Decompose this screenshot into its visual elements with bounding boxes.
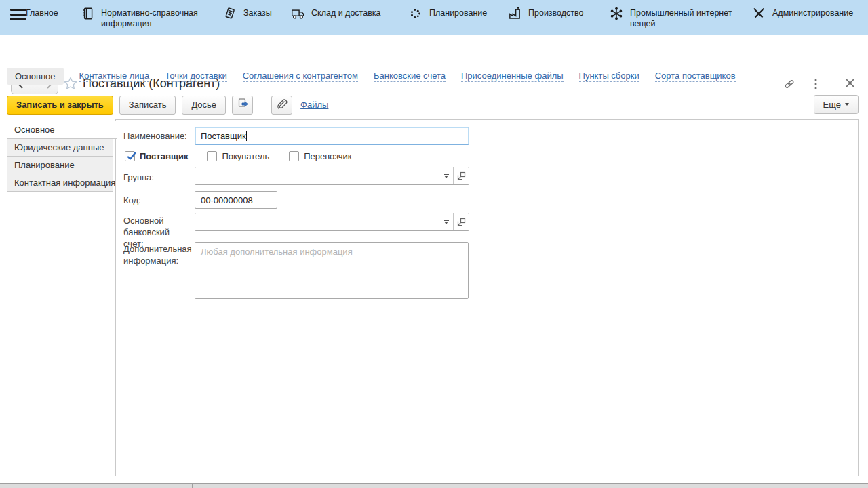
truck-icon	[290, 6, 305, 20]
form-panel: Наименование: Поставщик Поставщик Покупа…	[115, 119, 859, 476]
additional-info-label: Дополнительная информация:	[123, 243, 194, 266]
tab-agreements[interactable]: Соглашения с контрагентом	[243, 70, 358, 82]
menu-item-label: Промышленный интернет вещей	[630, 6, 740, 29]
link-icon[interactable]	[783, 78, 796, 90]
sidetab-contact-info[interactable]: Контактная информация	[7, 174, 113, 192]
menu-item-production[interactable]: Производство	[507, 6, 584, 20]
additional-info-textarea[interactable]	[195, 242, 469, 299]
tab-delivery-points[interactable]: Точки доставки	[165, 70, 226, 82]
hamburger-icon[interactable]	[10, 9, 26, 22]
buyer-checkbox-label[interactable]: Покупатель	[222, 151, 269, 161]
menu-item-main[interactable]: Главное	[26, 6, 58, 18]
factory-icon	[507, 6, 522, 20]
menu-item-label: Нормативно-справочная информация	[101, 6, 208, 29]
title-row: Поставщик (Контрагент)	[0, 35, 868, 66]
bank-account-combobox[interactable]	[195, 213, 469, 231]
menu-item-iiot[interactable]: Промышленный интернет вещей	[609, 6, 740, 29]
receipt-icon	[222, 6, 237, 20]
app-window: Главное Нормативно-справочная информация…	[0, 0, 868, 488]
role-checkboxes: Поставщик Покупатель Перевозчик	[125, 150, 370, 162]
menu-item-label: Склад и доставка	[311, 6, 380, 18]
supplier-checkbox[interactable]	[125, 151, 135, 161]
close-icon[interactable]	[845, 78, 859, 90]
more-button-label: Еще	[823, 100, 841, 110]
kebab-icon[interactable]	[814, 78, 827, 90]
menu-item-warehouse[interactable]: Склад и доставка	[290, 6, 380, 20]
tools-icon	[751, 6, 766, 20]
dossier-button[interactable]: Досье	[182, 96, 226, 115]
menu-item-administration[interactable]: Администрирование	[751, 6, 853, 20]
open-value-icon[interactable]	[453, 214, 469, 230]
iiot-asterisk-icon	[609, 6, 624, 20]
open-value-icon[interactable]	[453, 167, 469, 184]
section-tabs: Основное Контактные лица Точки доставки …	[7, 67, 736, 85]
code-input[interactable]	[195, 191, 277, 209]
form-toolbar: Записать и закрыть Записать Досье Файлы	[7, 95, 328, 115]
name-input[interactable]: Поставщик	[195, 127, 469, 145]
create-based-on-button[interactable]	[232, 96, 253, 115]
tab-assembly-points[interactable]: Пункты сборки	[579, 70, 639, 82]
menu-item-label: Главное	[26, 6, 58, 18]
carrier-checkbox-label[interactable]: Перевозчик	[304, 151, 351, 161]
buyer-checkbox[interactable]	[207, 151, 217, 161]
menu-item-label: Производство	[528, 6, 584, 18]
more-button[interactable]: Еще	[814, 95, 859, 114]
top-menu-bar: Главное Нормативно-справочная информация…	[0, 0, 868, 35]
group-combobox[interactable]	[195, 167, 469, 185]
tab-contact-persons[interactable]: Контактные лица	[79, 70, 150, 82]
tab-bank-accounts[interactable]: Банковские счета	[374, 70, 446, 82]
planning-dots-icon	[408, 6, 423, 20]
tab-supplier-grades[interactable]: Сорта поставщиков	[655, 70, 736, 82]
supplier-checkbox-label[interactable]: Поставщик	[140, 151, 188, 161]
left-page-tabs: Основное Юридические данные Планирование…	[7, 121, 116, 192]
dropdown-icon[interactable]	[439, 214, 453, 230]
paperclip-icon[interactable]	[271, 96, 292, 115]
bank-account-combobox-value[interactable]	[195, 214, 439, 230]
sidetab-planning[interactable]: Планирование	[7, 156, 113, 174]
save-button[interactable]: Записать	[119, 96, 176, 115]
save-and-close-button[interactable]: Записать и закрыть	[7, 96, 113, 115]
menu-item-label: Заказы	[243, 6, 272, 18]
carrier-checkbox[interactable]	[289, 151, 299, 161]
files-link[interactable]: Файлы	[300, 100, 328, 110]
group-combobox-value[interactable]	[195, 167, 439, 184]
code-label: Код:	[123, 195, 141, 205]
group-label: Группа:	[123, 172, 154, 182]
tab-main[interactable]: Основное	[7, 68, 64, 85]
text-caret	[246, 131, 247, 141]
menu-item-orders[interactable]: Заказы	[222, 6, 272, 20]
book-icon	[80, 6, 95, 20]
bottom-taskbar[interactable]	[0, 483, 868, 488]
sidetab-legal-data[interactable]: Юридические данные	[7, 138, 113, 157]
menu-item-planning[interactable]: Планирование	[408, 6, 487, 20]
chevron-down-icon	[845, 103, 849, 106]
sidetab-main[interactable]: Основное	[7, 121, 117, 139]
menu-item-nsi[interactable]: Нормативно-справочная информация	[80, 6, 208, 29]
dropdown-icon[interactable]	[439, 167, 453, 184]
menu-item-label: Администрирование	[772, 6, 853, 18]
menu-item-label: Планирование	[429, 6, 487, 18]
name-input-value: Поставщик	[201, 131, 246, 141]
document-arrow-icon	[237, 98, 249, 112]
tab-attached-files[interactable]: Присоединенные файлы	[461, 70, 564, 82]
name-label: Наименование:	[123, 131, 187, 141]
